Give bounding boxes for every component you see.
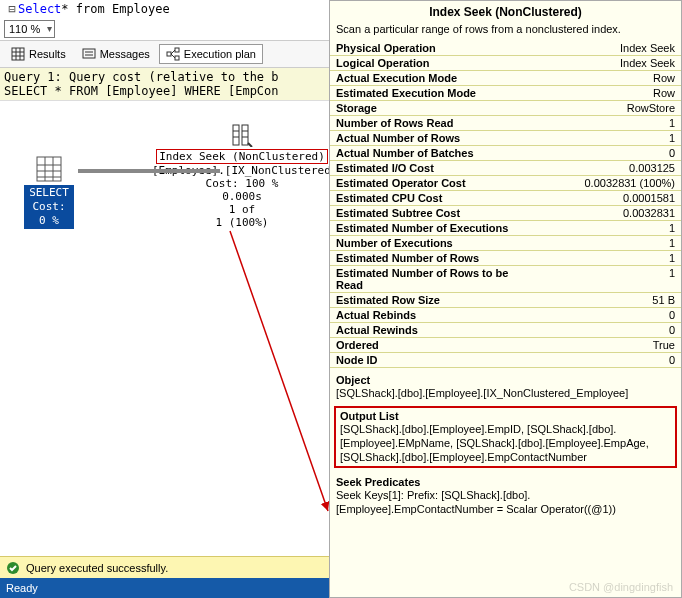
select-node-icon <box>33 153 65 185</box>
tooltip-property-value: RowStore <box>541 101 681 116</box>
tooltip-property-value: 1 <box>541 251 681 266</box>
tooltip-seek-pred-heading: Seek Predicates <box>330 470 681 488</box>
tooltip-output-value: [SQLShack].[dbo].[Employee].EmpID, [SQLS… <box>338 422 673 464</box>
seek-rows-2: 1 (100%) <box>152 216 329 229</box>
tooltip-property-value: 0 <box>541 323 681 338</box>
tooltip-property-key: Actual Rebinds <box>330 308 541 323</box>
tooltip-property-key: Estimated Subtree Cost <box>330 206 541 221</box>
operator-tooltip: Index Seek (NonClustered) Scan a particu… <box>329 0 682 598</box>
tab-messages[interactable]: Messages <box>75 44 157 64</box>
tooltip-property-value: 0 <box>541 308 681 323</box>
tooltip-property-row: Node ID0 <box>330 353 681 368</box>
zoom-select[interactable]: 110 % <box>4 20 55 38</box>
tooltip-output-box: Output List [SQLShack].[dbo].[Employee].… <box>334 406 677 468</box>
tooltip-property-key: Number of Rows Read <box>330 116 541 131</box>
collapse-gutter-icon[interactable]: ⊟ <box>6 2 18 16</box>
tooltip-property-value: 51 B <box>541 293 681 308</box>
tab-results-label: Results <box>29 48 66 60</box>
plan-node-index-seek[interactable]: Index Seek (NonClustered) [Employee].[IX… <box>152 123 329 229</box>
tooltip-property-key: Estimated CPU Cost <box>330 191 541 206</box>
tooltip-property-key: Storage <box>330 101 541 116</box>
tooltip-property-key: Estimated Number of Executions <box>330 221 541 236</box>
execution-plan-canvas[interactable]: SELECT Cost: 0 % Index Seek (NonClustere… <box>0 101 329 598</box>
ready-text: Ready <box>6 582 38 594</box>
result-tabs: Results Messages Execution plan <box>0 41 329 68</box>
tooltip-property-value: 0 <box>541 146 681 161</box>
svg-line-26 <box>230 231 328 511</box>
tooltip-property-row: Estimated Operator Cost0.0032831 (100%) <box>330 176 681 191</box>
svg-line-12 <box>171 54 175 58</box>
ready-bar: Ready <box>0 578 329 598</box>
tooltip-output-heading: Output List <box>338 410 673 422</box>
tooltip-property-row: Actual Number of Batches0 <box>330 146 681 161</box>
tab-results[interactable]: Results <box>4 44 73 64</box>
plan-node-select[interactable]: SELECT Cost: 0 % <box>24 153 74 229</box>
grid-icon <box>11 47 25 61</box>
tooltip-property-key: Estimated Row Size <box>330 293 541 308</box>
svg-rect-9 <box>175 48 179 52</box>
tooltip-property-row: Estimated Subtree Cost0.0032831 <box>330 206 681 221</box>
tooltip-property-value: 1 <box>541 236 681 251</box>
tooltip-property-value: 0.0032831 <box>541 206 681 221</box>
tooltip-property-key: Number of Executions <box>330 236 541 251</box>
tooltip-property-key: Estimated I/O Cost <box>330 161 541 176</box>
status-bar: Query executed successfully. <box>0 556 329 578</box>
tooltip-property-value: 0.0032831 (100%) <box>541 176 681 191</box>
tooltip-desc: Scan a particular range of rows from a n… <box>330 23 681 41</box>
tooltip-object-value: [SQLShack].[dbo].[Employee].[IX_NonClust… <box>330 386 681 404</box>
tooltip-seek-pred-value: Seek Keys[1]: Prefix: [SQLShack].[dbo].[… <box>330 488 681 520</box>
tooltip-property-key: Ordered <box>330 338 541 353</box>
svg-rect-10 <box>175 56 179 60</box>
query-cost-band: Query 1: Query cost (relative to the b S… <box>0 68 329 101</box>
svg-rect-8 <box>167 52 171 56</box>
tooltip-property-key: Estimated Number of Rows to be Read <box>330 266 541 293</box>
seek-title: Index Seek (NonClustered) <box>156 149 328 164</box>
tooltip-property-row: OrderedTrue <box>330 338 681 353</box>
tooltip-property-key: Node ID <box>330 353 541 368</box>
tooltip-property-row: StorageRowStore <box>330 101 681 116</box>
tooltip-property-value: Index Seek <box>541 41 681 56</box>
svg-rect-19 <box>233 125 239 145</box>
tooltip-property-key: Estimated Operator Cost <box>330 176 541 191</box>
tooltip-property-key: Actual Number of Rows <box>330 131 541 146</box>
sql-rest: * from Employee <box>61 2 169 16</box>
tooltip-property-row: Estimated Number of Executions1 <box>330 221 681 236</box>
seek-cost: Cost: 100 % <box>152 177 329 190</box>
sql-keyword: Select <box>18 2 61 16</box>
tooltip-property-key: Estimated Number of Rows <box>330 251 541 266</box>
tooltip-property-value: 0 <box>541 353 681 368</box>
status-text: Query executed successfully. <box>26 562 168 574</box>
tab-plan-label: Execution plan <box>184 48 256 60</box>
tooltip-property-key: Actual Rewinds <box>330 323 541 338</box>
svg-rect-5 <box>83 49 95 58</box>
success-icon <box>6 561 20 575</box>
tooltip-property-value: 1 <box>541 116 681 131</box>
tooltip-property-row: Estimated I/O Cost0.003125 <box>330 161 681 176</box>
seek-object: [Employee].[IX_NonClustered_Emp <box>152 164 329 177</box>
query-band-line1: Query 1: Query cost (relative to the b <box>4 70 325 84</box>
tooltip-property-value: 0.0001581 <box>541 191 681 206</box>
tooltip-property-value: 1 <box>541 221 681 236</box>
svg-rect-20 <box>242 125 248 145</box>
tooltip-property-row: Estimated Execution ModeRow <box>330 86 681 101</box>
tooltip-property-value: Index Seek <box>541 56 681 71</box>
tooltip-title: Index Seek (NonClustered) <box>330 1 681 23</box>
plan-icon <box>166 47 180 61</box>
sql-editor-line[interactable]: ⊟ Select * from Employee <box>0 0 329 18</box>
tooltip-property-key: Physical Operation <box>330 41 541 56</box>
tooltip-property-value: 1 <box>541 266 681 293</box>
seek-time: 0.000s <box>152 190 329 203</box>
tooltip-property-row: Actual Number of Rows1 <box>330 131 681 146</box>
tooltip-property-row: Actual Execution ModeRow <box>330 71 681 86</box>
svg-rect-0 <box>12 48 24 60</box>
tooltip-property-row: Estimated Row Size51 B <box>330 293 681 308</box>
tooltip-property-value: Row <box>541 86 681 101</box>
tooltip-property-row: Estimated CPU Cost0.0001581 <box>330 191 681 206</box>
watermark: CSDN @dingdingfish <box>569 581 673 593</box>
zoom-bar: 110 % <box>0 18 329 41</box>
tab-execution-plan[interactable]: Execution plan <box>159 44 263 64</box>
svg-line-11 <box>171 50 175 54</box>
select-label: SELECT <box>27 186 71 200</box>
tooltip-property-row: Estimated Number of Rows to be Read1 <box>330 266 681 293</box>
messages-icon <box>82 47 96 61</box>
